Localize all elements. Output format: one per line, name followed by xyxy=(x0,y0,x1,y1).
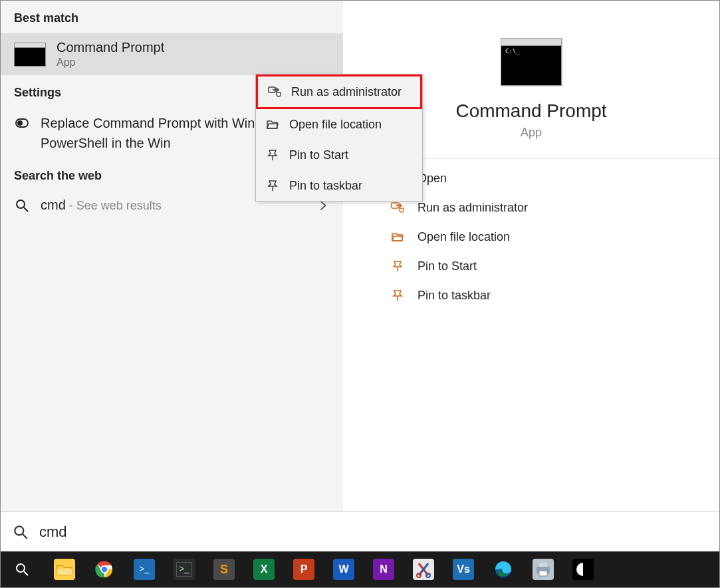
action-label: Pin to taskbar xyxy=(418,289,491,303)
taskbar-printer[interactable] xyxy=(533,559,554,580)
svg-rect-16 xyxy=(539,571,547,576)
action-open-file-location[interactable]: Open file location xyxy=(390,229,693,244)
svg-rect-15 xyxy=(539,563,547,567)
folder-open-icon xyxy=(390,229,406,244)
search-results-panel: Best match Command Prompt App Settings R… xyxy=(1,1,343,512)
ctx-run-as-admin[interactable]: Run as administrator xyxy=(256,74,422,109)
taskbar-app-unknown[interactable] xyxy=(572,559,594,580)
pin-icon xyxy=(265,148,280,162)
hero-title: Command Prompt xyxy=(455,100,606,122)
taskbar-file-explorer[interactable] xyxy=(54,559,75,580)
taskbar: >_>_SXPWNVs xyxy=(1,551,719,587)
search-bar[interactable] xyxy=(1,512,719,551)
pin-icon xyxy=(265,178,280,193)
action-label: Open file location xyxy=(418,230,510,244)
toggle-icon xyxy=(14,113,30,130)
search-input[interactable] xyxy=(39,523,707,541)
search-icon xyxy=(14,198,30,213)
action-pin-to-start[interactable]: Pin to Start xyxy=(390,259,693,273)
pin-icon xyxy=(390,259,406,273)
action-pin-to-taskbar[interactable]: Pin to taskbar xyxy=(390,288,693,303)
taskbar-powerpoint[interactable]: P xyxy=(293,559,314,580)
ctx-label: Pin to Start xyxy=(289,148,348,162)
taskbar-search-button[interactable] xyxy=(9,556,35,583)
taskbar-snip[interactable] xyxy=(413,559,434,580)
command-prompt-icon xyxy=(501,38,562,86)
taskbar-excel[interactable]: X xyxy=(253,559,275,580)
best-match-title: Command Prompt xyxy=(57,40,164,55)
context-menu: Run as administrator Open file location … xyxy=(255,74,423,202)
folder-open-icon xyxy=(265,117,280,132)
taskbar-powershell[interactable]: >_ xyxy=(134,559,155,580)
taskbar-vnc[interactable]: Vs xyxy=(453,559,474,580)
action-label: Run as administrator xyxy=(418,201,528,215)
command-prompt-icon xyxy=(14,43,46,67)
taskbar-onenote[interactable]: N xyxy=(373,559,394,580)
ctx-open-file-location[interactable]: Open file location xyxy=(256,109,422,140)
hero-subtitle: App xyxy=(521,126,542,140)
ctx-label: Pin to taskbar xyxy=(289,179,362,193)
shield-arrow-icon xyxy=(267,84,282,99)
taskbar-chrome[interactable] xyxy=(94,559,115,580)
pin-icon xyxy=(390,288,406,303)
web-suffix: - See web results xyxy=(66,199,162,212)
ctx-pin-to-start[interactable]: Pin to Start xyxy=(256,140,422,170)
ctx-label: Run as administrator xyxy=(291,85,402,99)
best-match-item[interactable]: Command Prompt App xyxy=(1,33,343,75)
svg-rect-7 xyxy=(57,569,72,575)
action-run-as-admin[interactable]: Run as administrator xyxy=(390,200,693,215)
action-open[interactable]: Open xyxy=(390,171,693,186)
best-match-subtitle: App xyxy=(57,57,164,69)
taskbar-edge[interactable] xyxy=(493,559,514,580)
action-label: Pin to Start xyxy=(418,259,477,273)
best-match-header: Best match xyxy=(1,1,343,33)
web-query: cmd xyxy=(41,198,66,212)
taskbar-terminal[interactable]: >_ xyxy=(174,559,195,580)
shield-arrow-icon xyxy=(390,200,406,215)
taskbar-sublime[interactable]: S xyxy=(213,559,235,580)
ctx-label: Open file location xyxy=(289,118,382,132)
taskbar-word[interactable]: W xyxy=(333,559,354,580)
search-icon xyxy=(13,524,29,540)
ctx-pin-to-taskbar[interactable]: Pin to taskbar xyxy=(256,170,422,201)
